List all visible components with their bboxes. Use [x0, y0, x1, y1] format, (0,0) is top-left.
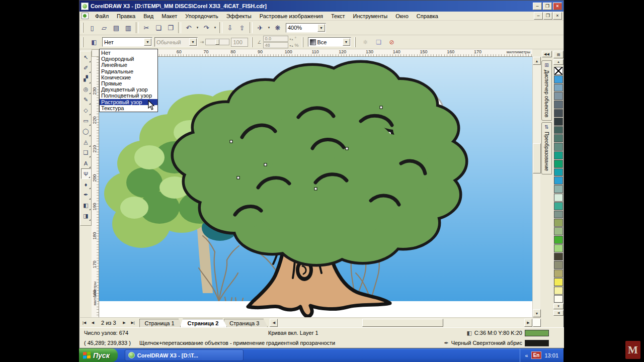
docker-collapse-icon[interactable]: ◀◀	[542, 51, 552, 57]
drawing-canvas[interactable]	[99, 57, 532, 317]
toolbar-button[interactable]: ❋	[272, 22, 284, 34]
toolbar-button[interactable]	[219, 22, 222, 33]
mdi-restore-button[interactable]: ❐	[543, 12, 552, 20]
slider-thumb[interactable]	[215, 39, 219, 45]
menu-item[interactable]: Правка	[113, 12, 139, 20]
menu-item[interactable]: Файл	[91, 12, 113, 20]
menu-item[interactable]: Инструменты	[349, 12, 392, 20]
remove-transparency-icon[interactable]: ⊘	[386, 37, 397, 48]
toolbar-button[interactable]: ▤	[110, 22, 122, 34]
dropdown-item[interactable]: Нет	[100, 50, 157, 56]
page-tab[interactable]: Страница 1	[139, 319, 183, 327]
page-tab[interactable]: Страница 2	[180, 319, 227, 327]
copy-transparency-icon[interactable]: ❏	[373, 37, 384, 48]
color-swatch[interactable]	[554, 202, 563, 210]
language-indicator[interactable]: En	[531, 351, 542, 359]
menu-item[interactable]: Макет	[157, 12, 181, 20]
page-tab[interactable]: Страница 3	[224, 319, 268, 327]
color-swatch[interactable]	[554, 67, 563, 75]
toolbox-tool[interactable]: ✎	[81, 95, 91, 105]
vscroll-thumb[interactable]	[533, 143, 541, 173]
color-swatch[interactable]	[554, 278, 563, 286]
toolbox-tool[interactable]: ◎	[81, 84, 91, 95]
color-swatch[interactable]	[554, 160, 563, 168]
color-swatch[interactable]	[554, 126, 563, 134]
menu-item[interactable]: Вид	[139, 12, 157, 20]
toolbox-tool[interactable]: А	[81, 158, 91, 168]
apply-to-combo[interactable]: Все ▼	[308, 37, 351, 47]
color-swatch[interactable]	[554, 194, 563, 202]
color-swatch[interactable]	[554, 134, 563, 142]
palette-scroll-up-icon[interactable]: ▲	[553, 59, 564, 65]
color-swatch[interactable]	[554, 118, 563, 126]
color-swatch[interactable]	[554, 143, 563, 151]
color-swatch[interactable]	[554, 84, 563, 92]
scroll-right-icon[interactable]: ▶	[524, 319, 532, 327]
scroll-left-icon[interactable]: ◀	[270, 319, 278, 327]
toolbar-button[interactable]: ▯	[86, 22, 98, 34]
docker-tab[interactable]: ⊞ Диспетчер объектов	[541, 60, 552, 121]
color-swatch[interactable]	[554, 185, 563, 193]
merge-mode-combo[interactable]: Обычный ▼	[154, 37, 198, 47]
color-swatch[interactable]	[554, 211, 563, 219]
toolbar-button[interactable]: ▱	[98, 22, 110, 34]
transparency-type-combo[interactable]: Нет ▼	[102, 37, 152, 47]
toolbar-button[interactable]: ❏	[152, 22, 165, 34]
menu-item[interactable]: Окно	[391, 12, 413, 20]
chevron-down-icon[interactable]: ▼	[343, 38, 350, 46]
color-swatch[interactable]	[554, 295, 563, 303]
toolbar-button[interactable]: ▥	[122, 22, 134, 34]
chevron-down-icon[interactable]: ▼	[317, 24, 325, 32]
toolbar-button[interactable]	[250, 22, 253, 33]
color-swatch[interactable]	[554, 109, 563, 117]
dropdown-item[interactable]: Двухцветный узор	[100, 86, 157, 93]
toolbar-grip[interactable]	[82, 23, 84, 33]
color-swatch[interactable]	[554, 253, 563, 261]
menu-item[interactable]: Текст	[327, 12, 349, 20]
taskbar-task-button[interactable]: CorelDRAW X3 - [D:\T...	[125, 349, 244, 361]
toolbox-tool[interactable]: ✐	[81, 63, 91, 73]
color-swatch[interactable]	[554, 261, 563, 269]
palette-expand-icon[interactable]: ◀	[553, 310, 564, 316]
next-page-icon[interactable]: ▶	[120, 319, 129, 327]
horizontal-scrollbar[interactable]: ◀ ▶	[270, 319, 541, 327]
toolbar-button[interactable]: ✈	[254, 22, 266, 34]
last-page-icon[interactable]: ▶|	[129, 319, 137, 327]
dropdown-item[interactable]: Однородный	[100, 56, 157, 62]
color-swatch[interactable]	[554, 151, 563, 159]
toolbox-tool[interactable]: ◬	[81, 137, 91, 147]
close-button[interactable]: ×	[553, 3, 562, 10]
vertical-scrollbar[interactable]: ▲ ▼	[532, 57, 540, 317]
color-swatch[interactable]	[554, 269, 563, 278]
scroll-down-icon[interactable]: ▼	[533, 309, 541, 317]
start-button[interactable]: Пуск	[79, 348, 118, 362]
color-swatch[interactable]	[554, 176, 563, 185]
chevron-down-icon[interactable]: ▼	[189, 38, 197, 46]
vertical-ruler[interactable]: 230220210200190180170160 миллиметры	[92, 57, 99, 317]
toolbox-tool[interactable]: ◯	[81, 126, 91, 137]
opacity-slider[interactable]	[205, 39, 229, 45]
toolbox-tool[interactable]: Ψ	[81, 168, 91, 179]
toolbox-tool[interactable]: ◧	[81, 200, 91, 211]
menu-item[interactable]: Эффекты	[222, 12, 256, 20]
dropdown-item[interactable]: Полноцветный узор	[100, 93, 157, 99]
dropdown-item[interactable]: Конические	[100, 74, 157, 80]
mdi-close-button[interactable]: ×	[553, 12, 562, 20]
horizontal-ruler[interactable]: 5060708090100110120130140150160170 милли…	[99, 49, 532, 57]
first-page-icon[interactable]: |◀	[80, 319, 89, 327]
edge-pad-field[interactable]: 48	[263, 42, 288, 48]
palette-options-icon[interactable]: ▤	[553, 51, 564, 58]
pan-button[interactable]	[533, 319, 541, 327]
color-swatch[interactable]	[554, 75, 563, 83]
toolbar-button[interactable]: ⇧	[236, 22, 248, 34]
menu-item[interactable]: Справка	[413, 12, 442, 20]
ruler-origin[interactable]	[92, 49, 99, 57]
toolbar-button[interactable]: ⇩	[224, 22, 236, 34]
toolbar-button[interactable]: ↷	[200, 22, 212, 34]
zoom-level-combo[interactable]: 400% ▼	[286, 23, 326, 33]
toolbar-button[interactable]: ↶	[183, 22, 195, 34]
toolbar-button[interactable]: ▾	[195, 22, 200, 34]
dropdown-item[interactable]: Прямые	[100, 80, 157, 86]
menu-item[interactable]: Растровые изображения	[256, 12, 327, 20]
chevron-down-icon[interactable]: ▼	[144, 38, 151, 46]
